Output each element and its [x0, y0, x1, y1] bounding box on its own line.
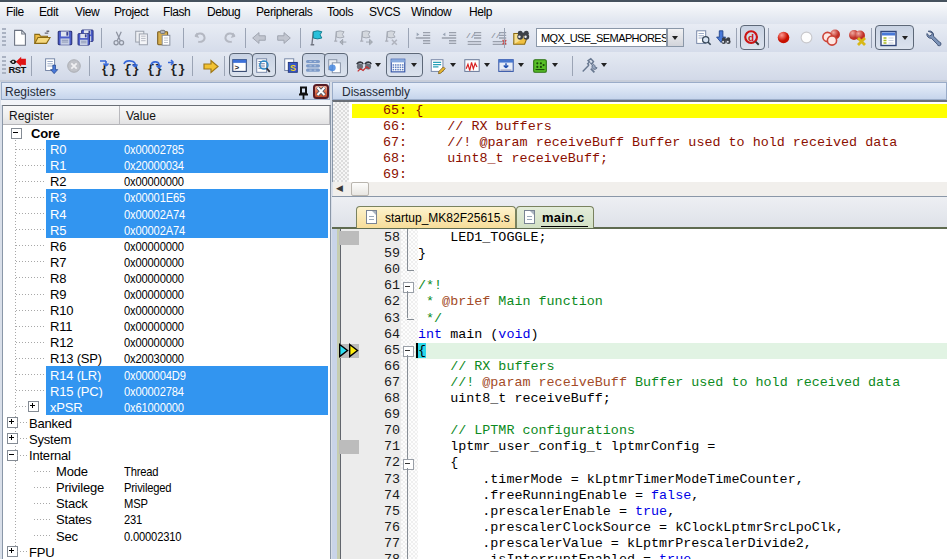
svg-text:>: > [235, 63, 240, 72]
svg-text:{}: {} [124, 62, 140, 76]
svg-text:{}: {} [147, 62, 163, 76]
svg-text:RST: RST [9, 64, 27, 75]
svg-text:S: S [290, 63, 296, 73]
svg-text:d: d [748, 32, 754, 43]
